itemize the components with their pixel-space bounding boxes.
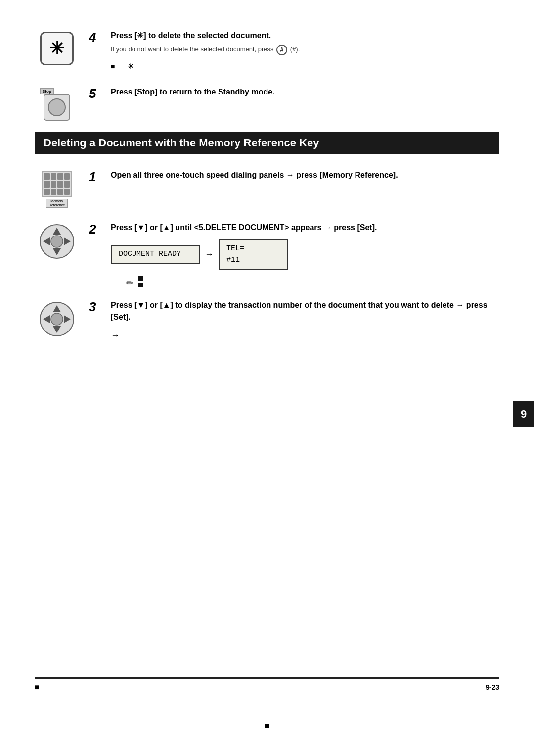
note-bullet-1 — [138, 276, 146, 281]
chapter-tab: 9 — [513, 401, 534, 427]
step-2-heading: Press [▼] or [▲] until <5.DELETE DOCUMEN… — [111, 223, 377, 232]
step-2-text: Press [▼] or [▲] until <5.DELETE DOCUMEN… — [111, 222, 499, 294]
step-1-row: MemoryReference 1 Open all three one-tou… — [35, 169, 499, 208]
step-2-number: 2 — [89, 222, 104, 237]
step-2-icon — [35, 222, 79, 259]
step-3-number: 3 — [89, 299, 104, 315]
speed-dial-grid — [42, 171, 72, 197]
star-key-icon: ✳ — [40, 32, 74, 65]
svg-point-11 — [51, 313, 63, 325]
nav-pad-icon — [39, 224, 75, 259]
lcd-right: TEL=#11 — [219, 239, 288, 270]
step-3-heading: Press [▼] or [▲] to display the transact… — [111, 301, 488, 321]
memory-reference-button-icon: MemoryReference — [46, 199, 68, 208]
step-5-number: 5 — [89, 86, 104, 101]
nav-pad-2-icon — [39, 301, 75, 337]
step-4-row: ✳ 4 Press [✳] to delete the selected doc… — [35, 30, 499, 72]
step-3-row: 3 Press [▼] or [▲] to display the transa… — [35, 299, 499, 342]
step-3-text: Press [▼] or [▲] to display the transact… — [111, 299, 499, 342]
speed-dial-icon: MemoryReference — [42, 171, 72, 208]
hash-circle-icon: # — [276, 45, 287, 55]
note-content — [138, 276, 146, 289]
step-5-heading: Press [Stop] to return to the Standby mo… — [111, 88, 275, 96]
page-content: ✳ 4 Press [✳] to delete the selected doc… — [0, 0, 534, 756]
step-4-sub: If you do not want to delete the selecte… — [111, 45, 499, 55]
lcd-arrow-icon: → — [205, 248, 214, 261]
pencil-icon: ✏ — [126, 276, 134, 290]
note-block: ✏ — [126, 276, 499, 290]
step-4-text: Press [✳] to delete the selected documen… — [111, 30, 499, 72]
svg-point-5 — [51, 236, 63, 247]
step-3-arrow: → — [111, 329, 499, 342]
step-3-icon — [35, 299, 79, 337]
step-4-heading: Press [✳] to delete the selected documen… — [111, 31, 271, 40]
stop-button-icon: Stop — [40, 88, 74, 122]
section-title: Deleting a Document with the Memory Refe… — [44, 137, 319, 149]
lcd-display-row: DOCUMENT READY → TEL=#11 — [111, 239, 499, 270]
lcd-left: DOCUMENT READY — [111, 245, 200, 264]
step-4-icon: ✳ — [35, 30, 79, 65]
page-number: 9-23 — [486, 683, 499, 691]
step-4-symbols: ■ ✳ — [111, 60, 499, 72]
step-5-icon: Stop — [35, 86, 79, 122]
step-1-text: Open all three one-touch speed dialing p… — [111, 169, 499, 181]
bottom-rule: ■ 9-23 — [35, 677, 499, 692]
stop-inner — [48, 98, 66, 116]
step-5-row: Stop 5 Press [Stop] to return to the Sta… — [35, 86, 499, 122]
bottom-center-mark: ■ — [265, 721, 270, 731]
step-2-row: 2 Press [▼] or [▲] until <5.DELETE DOCUM… — [35, 222, 499, 294]
step-1-heading: Open all three one-touch speed dialing p… — [111, 171, 398, 179]
stop-shape — [44, 94, 70, 121]
note-bullet-2 — [138, 283, 146, 287]
step-5-text: Press [Stop] to return to the Standby mo… — [111, 86, 499, 98]
step-1-number: 1 — [89, 169, 104, 185]
step-4-number: 4 — [89, 30, 104, 45]
step-1-icon: MemoryReference — [35, 169, 79, 208]
section-header: Deleting a Document with the Memory Refe… — [35, 132, 499, 154]
chapter-number: 9 — [521, 408, 527, 421]
mem-ref-btn-label: MemoryReference — [49, 199, 65, 207]
bottom-mark-left: ■ — [35, 683, 40, 692]
